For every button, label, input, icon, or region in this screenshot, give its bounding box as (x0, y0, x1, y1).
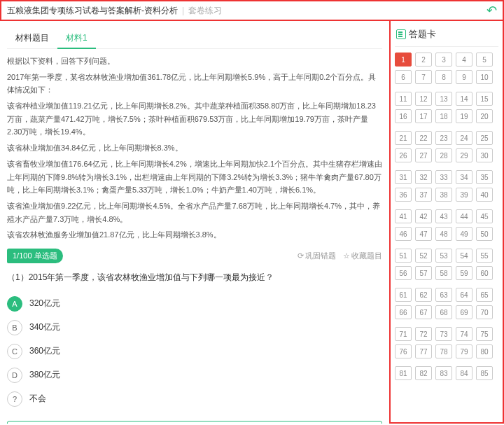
answer-cell[interactable]: 74 (456, 327, 472, 341)
answer-cell[interactable]: 46 (395, 227, 412, 241)
answer-cell[interactable]: 10 (476, 70, 493, 84)
answer-cell[interactable]: 34 (456, 170, 472, 184)
answer-cell[interactable]: 70 (476, 305, 493, 319)
answer-cell[interactable]: 59 (456, 266, 472, 280)
answer-cell[interactable]: 55 (476, 249, 493, 263)
answer-cell[interactable]: 32 (415, 170, 432, 184)
tab-material-root[interactable]: 材料题目 (7, 28, 57, 48)
answer-cell[interactable]: 47 (415, 227, 432, 241)
answer-cell[interactable]: 26 (395, 148, 412, 162)
answer-cell[interactable]: 4 (456, 53, 472, 67)
answer-cell[interactable]: 63 (435, 288, 452, 302)
answer-cell[interactable]: 83 (435, 366, 452, 380)
answer-cell[interactable]: 16 (395, 109, 412, 123)
answer-cell[interactable]: 76 (395, 344, 412, 358)
answer-card-panel: 答题卡 123456789101112131415161718192021222… (389, 21, 504, 424)
favorite-button[interactable]: ☆ 收藏题目 (343, 251, 382, 261)
answer-cell[interactable]: 81 (395, 366, 412, 380)
answer-cell[interactable]: 53 (435, 249, 452, 263)
answer-cell[interactable]: 60 (476, 266, 493, 280)
answer-cell[interactable]: 67 (415, 305, 432, 319)
answer-cell[interactable]: 69 (456, 305, 472, 319)
answer-cell[interactable]: 51 (395, 249, 412, 263)
answer-cell[interactable]: 1 (395, 53, 412, 67)
option-row[interactable]: C360亿元 (7, 340, 382, 363)
answer-cell[interactable]: 11 (395, 92, 412, 106)
answer-cell[interactable]: 49 (456, 227, 472, 241)
answer-cell[interactable]: 24 (456, 131, 472, 145)
answer-cell[interactable]: 7 (415, 70, 432, 84)
answer-cell[interactable]: 13 (435, 92, 452, 106)
next-button[interactable]: 下一题 (7, 421, 382, 424)
answer-cell[interactable]: 71 (395, 327, 412, 341)
answer-cell[interactable]: 41 (395, 209, 412, 223)
answer-cell[interactable]: 85 (476, 366, 493, 380)
answer-cell[interactable]: 40 (476, 188, 493, 202)
option-row[interactable]: A320亿元 (7, 292, 382, 316)
answer-cell[interactable]: 14 (456, 92, 472, 106)
answer-cell[interactable]: 22 (415, 131, 432, 145)
answer-cell[interactable]: 58 (435, 266, 452, 280)
back-arrow-icon[interactable]: ↶ (486, 3, 497, 18)
answer-cell[interactable]: 73 (435, 327, 452, 341)
answer-cell[interactable]: 20 (476, 109, 493, 123)
answer-cell[interactable]: 37 (415, 188, 432, 202)
answer-cell[interactable]: 50 (476, 227, 493, 241)
tab-material-1[interactable]: 材料1 (57, 28, 96, 48)
answer-cell[interactable]: 19 (456, 109, 472, 123)
answer-cell[interactable]: 18 (435, 109, 452, 123)
answer-cell[interactable]: 15 (476, 92, 493, 106)
answer-cell[interactable]: 29 (456, 148, 472, 162)
answer-cell[interactable]: 8 (435, 70, 452, 84)
answer-cell[interactable]: 3 (435, 53, 452, 67)
option-row[interactable]: ?不会 (7, 387, 382, 411)
option-row[interactable]: B340亿元 (7, 316, 382, 340)
answer-cell[interactable]: 75 (476, 327, 493, 341)
answer-cell[interactable]: 27 (415, 148, 432, 162)
answer-cell[interactable]: 5 (476, 53, 493, 67)
answer-cell[interactable]: 44 (456, 209, 472, 223)
answer-cell[interactable]: 84 (456, 366, 472, 380)
answer-cell[interactable]: 62 (415, 288, 432, 302)
question-stem: （1）2015年第一季度，该省农林牧渔业增加值与下列哪一项最为接近？ (7, 272, 382, 284)
answer-cell[interactable]: 31 (395, 170, 412, 184)
answer-cell[interactable]: 43 (435, 209, 452, 223)
answer-cell[interactable]: 6 (395, 70, 412, 84)
consolidate-button[interactable]: ⟳ 巩固错题 (298, 251, 336, 261)
answer-cell[interactable]: 36 (395, 188, 412, 202)
material-p5: 该省渔业增加值9.22亿元，比上年同期增长4.5%。全省水产品产量7.68万吨，… (7, 200, 382, 225)
answer-cell[interactable]: 61 (395, 288, 412, 302)
answer-cell[interactable]: 77 (415, 344, 432, 358)
option-row[interactable]: D380亿元 (7, 363, 382, 387)
answer-cell[interactable]: 9 (456, 70, 472, 84)
answer-cell[interactable]: 45 (476, 209, 493, 223)
answer-cell[interactable]: 35 (476, 170, 493, 184)
answer-cell[interactable]: 17 (415, 109, 432, 123)
answer-cell[interactable]: 2 (415, 53, 432, 67)
answer-cell[interactable]: 66 (395, 305, 412, 319)
answer-cell[interactable]: 23 (435, 131, 452, 145)
answer-cell[interactable]: 78 (435, 344, 452, 358)
answer-cell[interactable]: 48 (435, 227, 452, 241)
answer-cell[interactable]: 38 (435, 188, 452, 202)
answer-cell[interactable]: 54 (456, 249, 472, 263)
answer-cell[interactable]: 39 (456, 188, 472, 202)
answer-cell[interactable]: 12 (415, 92, 432, 106)
answer-cell[interactable]: 65 (476, 288, 493, 302)
answer-cell[interactable]: 79 (456, 344, 472, 358)
answer-cell[interactable]: 82 (415, 366, 432, 380)
answer-cell[interactable]: 28 (435, 148, 452, 162)
answer-cell[interactable]: 33 (435, 170, 452, 184)
answer-cell[interactable]: 21 (395, 131, 412, 145)
answer-cell[interactable]: 80 (476, 344, 493, 358)
answer-cell[interactable]: 42 (415, 209, 432, 223)
material-p6: 该省农林牧渔服务业增加值21.87亿元，比上年同期增长3.8%。 (7, 228, 382, 242)
answer-cell[interactable]: 68 (435, 305, 452, 319)
answer-cell[interactable]: 72 (415, 327, 432, 341)
answer-cell[interactable]: 30 (476, 148, 493, 162)
answer-cell[interactable]: 25 (476, 131, 493, 145)
answer-cell[interactable]: 57 (415, 266, 432, 280)
answer-cell[interactable]: 56 (395, 266, 412, 280)
answer-cell[interactable]: 52 (415, 249, 432, 263)
answer-cell[interactable]: 64 (456, 288, 472, 302)
